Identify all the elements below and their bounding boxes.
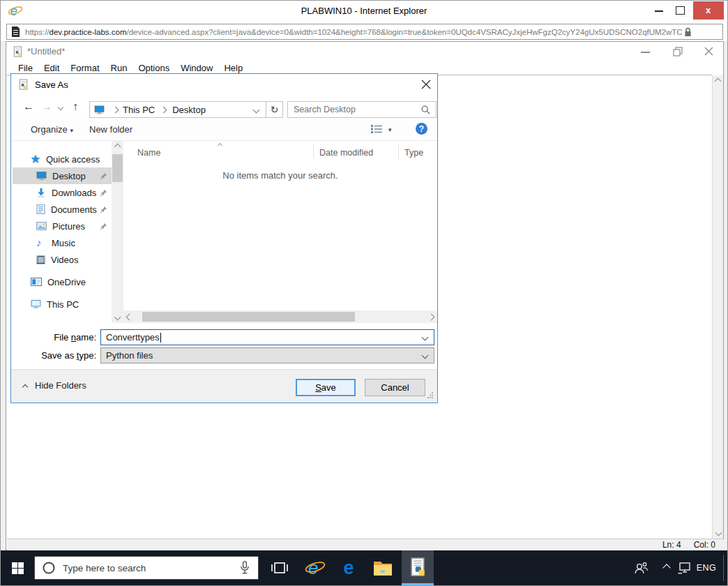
address-bar[interactable]: This PC Desktop <box>89 101 266 118</box>
search-box[interactable] <box>287 101 437 118</box>
organize-button[interactable]: Organize ▾ <box>31 124 73 135</box>
close-button[interactable]: x <box>693 1 724 20</box>
show-desktop-button[interactable] <box>723 555 724 581</box>
network-button[interactable] <box>674 550 695 585</box>
dialog-navbar: ← → ↑ This PC Desktop ↻ <box>11 98 437 119</box>
save-as-type-value: Python files <box>106 350 153 361</box>
save-button[interactable]: Save <box>296 379 356 396</box>
save-as-type-row: Save as type: Python files <box>11 347 437 363</box>
file-list-hscrollbar[interactable] <box>123 310 437 323</box>
dialog-titlebar: Save As <box>11 74 437 95</box>
idle-close-button[interactable] <box>704 47 713 56</box>
idle-window-title: *Untitled* <box>27 46 65 57</box>
lock-icon <box>684 27 692 37</box>
sidebar-item-music[interactable]: ♪ Music <box>13 234 112 251</box>
sidebar-item-pictures[interactable]: Pictures <box>13 218 112 234</box>
taskbar-edge-button[interactable]: e <box>334 550 363 585</box>
show-hidden-icons-button[interactable] <box>658 550 676 585</box>
scroll-left-icon[interactable] <box>123 310 135 323</box>
python-file-icon <box>18 79 29 90</box>
status-line: Ln: 4 <box>662 540 681 550</box>
dialog-toolbar: Organize ▾ New folder ▾ ? <box>11 119 437 141</box>
taskbar-ie-button[interactable]: e <box>301 550 330 585</box>
onedrive-icon <box>31 278 42 286</box>
url-field[interactable]: https://dev.practice-labs.com/device-adv… <box>6 24 723 40</box>
start-button[interactable] <box>1 550 34 585</box>
editor-vscrollbar[interactable] <box>712 75 723 539</box>
status-col: Col: 0 <box>694 540 715 550</box>
file-name-value: Converttypes <box>106 332 160 343</box>
sidebar-item-this-pc[interactable]: This PC <box>13 296 112 313</box>
hide-folders-button[interactable]: Hide Folders <box>35 380 86 391</box>
star-icon <box>31 154 40 164</box>
pin-icon <box>100 189 107 197</box>
sidebar-item-desktop[interactable]: Desktop <box>13 167 112 184</box>
minimize-button[interactable] <box>655 10 663 12</box>
back-arrow-icon[interactable]: ← <box>23 101 34 112</box>
cancel-button[interactable]: Cancel <box>365 379 425 396</box>
dialog-close-icon[interactable] <box>421 80 431 89</box>
scroll-up-icon[interactable] <box>112 141 123 153</box>
chevron-up-icon <box>662 564 670 571</box>
recent-locations-chevron-icon[interactable] <box>58 105 63 110</box>
search-input[interactable] <box>288 105 421 114</box>
scrollbar-thumb[interactable] <box>112 154 123 182</box>
save-as-dialog: Save As ← → ↑ This PC Deskto <box>10 73 438 403</box>
column-divider[interactable] <box>313 144 314 159</box>
save-as-type-select[interactable]: Python files <box>100 347 434 363</box>
breadcrumb-chevron-icon <box>160 106 167 113</box>
sidebar-item-quick-access[interactable]: Quick access <box>13 151 112 167</box>
column-header-date-modified[interactable]: Date modified <box>319 148 373 158</box>
refresh-icon: ↻ <box>271 104 279 115</box>
computer-icon <box>31 299 41 309</box>
new-folder-button[interactable]: New folder <box>89 124 132 135</box>
people-button[interactable] <box>628 550 653 585</box>
ie-titlebar: e PLABWIN10 - Internet Explorer x <box>1 1 727 22</box>
microphone-icon[interactable] <box>240 561 250 575</box>
dialog-sidebar: Quick access Desktop Downloads <box>11 141 112 323</box>
file-name-label: File name: <box>11 332 96 343</box>
breadcrumb-this-pc[interactable]: This PC <box>123 105 155 115</box>
dialog-title: Save As <box>35 80 68 90</box>
maximize-button[interactable] <box>676 6 685 15</box>
type-dropdown-chevron-icon[interactable] <box>422 352 429 359</box>
column-divider[interactable] <box>398 144 399 159</box>
scroll-up-icon[interactable] <box>713 75 723 87</box>
column-header-type[interactable]: Type <box>404 148 423 158</box>
view-list-icon[interactable] <box>371 124 382 134</box>
up-arrow-icon[interactable]: ↑ <box>73 101 78 112</box>
screen: e PLABWIN10 - Internet Explorer x https:… <box>0 0 728 586</box>
sidebar-vscrollbar[interactable] <box>112 141 123 323</box>
sidebar-item-downloads[interactable]: Downloads <box>13 184 112 201</box>
taskbar-file-explorer-button[interactable] <box>368 550 397 585</box>
help-icon[interactable]: ? <box>416 123 427 135</box>
scroll-down-icon[interactable] <box>112 311 123 323</box>
language-indicator[interactable]: ENG <box>695 550 718 585</box>
page-icon <box>11 27 20 37</box>
sidebar-item-videos[interactable]: Videos <box>13 251 112 268</box>
people-icon <box>633 561 649 575</box>
sidebar-item-documents[interactable]: Documents <box>13 201 112 218</box>
breadcrumb-desktop[interactable]: Desktop <box>172 105 206 115</box>
dialog-bottom-bar: Hide Folders Save Cancel <box>11 369 437 403</box>
file-name-dropdown-chevron-icon[interactable] <box>422 334 429 341</box>
taskbar-search-box[interactable]: Type here to search <box>34 556 259 580</box>
picture-icon <box>36 222 47 230</box>
idle-restore-button[interactable] <box>673 47 683 57</box>
task-view-button[interactable] <box>266 550 293 585</box>
address-dropdown-chevron-icon[interactable] <box>253 106 260 113</box>
resize-grip[interactable] <box>427 392 434 398</box>
refresh-button[interactable]: ↻ <box>266 101 283 118</box>
search-icon[interactable] <box>421 105 430 114</box>
view-dropdown-chevron-icon[interactable]: ▾ <box>388 126 392 133</box>
column-header-name[interactable]: Name <box>137 148 160 158</box>
file-name-input[interactable]: Converttypes <box>100 329 434 345</box>
taskbar-python-button[interactable] <box>402 550 434 585</box>
forward-arrow-icon[interactable]: → <box>41 101 52 112</box>
sidebar-item-onedrive[interactable]: OneDrive <box>13 273 112 290</box>
python-file-icon <box>13 46 23 57</box>
scrollbar-thumb[interactable] <box>142 312 355 322</box>
idle-minimize-button[interactable] <box>641 52 650 53</box>
scroll-down-icon[interactable] <box>713 527 724 539</box>
scroll-right-icon[interactable] <box>425 310 437 323</box>
